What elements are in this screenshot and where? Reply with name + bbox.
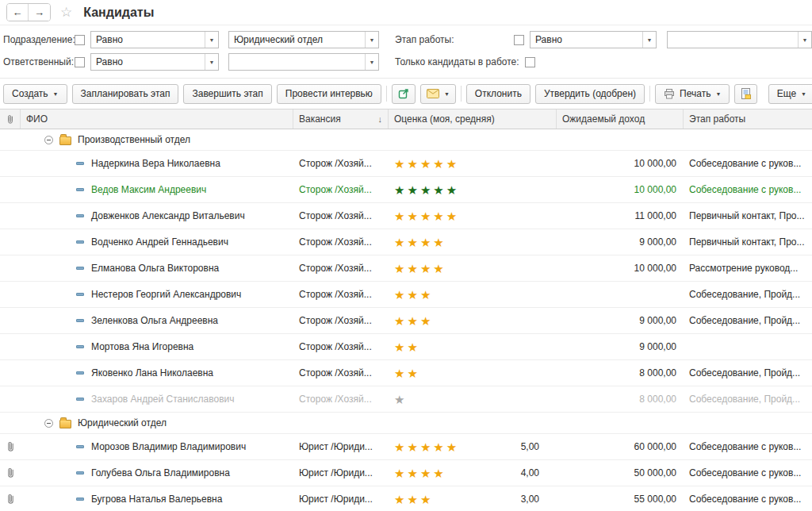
folder-icon <box>59 420 71 428</box>
income-cell: 8 000,00 <box>557 360 684 386</box>
send-email-button[interactable]: ▼ <box>420 84 456 104</box>
more-label: Еще <box>777 88 796 99</box>
candidate-name-cell: Бугрова Наталья Валерьевна <box>21 486 293 511</box>
approve-label: Утвердить (одобрен) <box>544 88 636 99</box>
attachment-cell <box>0 434 21 459</box>
toolbar-separator <box>461 86 462 102</box>
income-column-header[interactable]: Ожидаемый доход <box>557 110 684 129</box>
candidate-name: Зеленкова Ольга Андреевна <box>91 315 218 326</box>
candidate-name-cell: Голубева Ольга Владимировна <box>21 460 293 486</box>
table-row[interactable]: Бугрова Наталья ВалерьевнаЮрист /Юриди..… <box>0 486 812 511</box>
responsible-filter-checkbox[interactable] <box>75 57 85 67</box>
table-row[interactable]: Мортова Яна ИгоревнаСторож /Хозяй...★★9 … <box>0 334 812 360</box>
filter-row-1: Подразделение: Равно ▼ Юридический отдел… <box>3 29 812 51</box>
table-row[interactable]: Надеркина Вера НиколаевнаСторож /Хозяй..… <box>0 151 812 177</box>
rating-cell: ★★★★ <box>389 256 557 281</box>
conduct-interview-button[interactable]: Провести интервью <box>277 84 381 104</box>
rating-column-header[interactable]: Оценка (моя, средняя) <box>389 110 557 129</box>
chevron-down-icon: ▼ <box>801 91 806 97</box>
income-cell: 55 000,00 <box>557 486 684 511</box>
collapse-toggle-icon[interactable] <box>44 136 53 144</box>
open-in-window-icon <box>398 88 409 99</box>
candidate-name-cell: Яковенко Лана Николаевна <box>21 360 293 386</box>
chevron-down-icon[interactable]: ▼ <box>798 32 811 48</box>
fio-column-header[interactable]: ФИО <box>21 110 293 129</box>
rating-value: 5,00 <box>521 441 551 452</box>
more-button[interactable]: Еще ▼ <box>768 84 812 104</box>
paperclip-icon <box>6 467 15 478</box>
finish-stage-button[interactable]: Завершить этап <box>183 84 271 104</box>
candidate-name-cell: Захаров Андрей Станиславович <box>21 386 293 412</box>
create-button[interactable]: Создать ▼ <box>3 84 67 104</box>
group-row[interactable]: Производственный отдел <box>0 129 812 151</box>
chevron-down-icon[interactable]: ▼ <box>205 54 218 70</box>
reject-button[interactable]: Отклонить <box>466 84 530 104</box>
table-row[interactable]: Зеленкова Ольга АндреевнаСторож /Хозяй..… <box>0 308 812 334</box>
item-marker-icon <box>76 214 84 217</box>
chevron-down-icon[interactable]: ▼ <box>365 54 378 70</box>
candidate-name: Голубева Ольга Владимировна <box>91 467 230 478</box>
fio-header-label: ФИО <box>26 113 48 125</box>
approve-button[interactable]: Утвердить (одобрен) <box>535 84 645 104</box>
chevron-down-icon[interactable]: ▼ <box>205 32 218 48</box>
stage-filter-checkbox[interactable] <box>514 35 524 45</box>
chevron-down-icon[interactable]: ▼ <box>365 32 378 48</box>
toolbar: Создать ▼ Запланировать этап Завершить э… <box>0 79 812 109</box>
table-row[interactable]: Захаров Андрей СтаниславовичСторож /Хозя… <box>0 386 812 413</box>
attachment-column-header[interactable] <box>0 110 21 129</box>
collapse-toggle-icon[interactable] <box>44 419 53 428</box>
rating-cell: ★★★ <box>389 282 557 307</box>
stage-value-select[interactable]: ▼ <box>667 31 812 48</box>
responsible-value-select[interactable]: ▼ <box>228 53 379 71</box>
create-button-label: Создать <box>12 88 48 99</box>
candidate-name-cell: Мортова Яна Игоревна <box>21 334 293 359</box>
stage-cell: Собеседование, Пройд... <box>684 386 812 412</box>
conduct-interview-label: Провести интервью <box>285 88 373 99</box>
history-nav: ← → <box>6 3 51 21</box>
rating-cell: ★★ <box>389 360 557 386</box>
stage-cell: Собеседование, Пройд... <box>684 360 812 386</box>
back-button[interactable]: ← <box>7 4 29 21</box>
table-row[interactable]: Голубева Ольга ВладимировнаЮрист /Юриди.… <box>0 460 812 486</box>
vacancy-column-header[interactable]: Вакансия ↓ <box>293 110 389 129</box>
rating-cell: ★★★★★ <box>389 203 557 229</box>
plan-stage-button[interactable]: Запланировать этап <box>72 84 179 104</box>
open-candidate-button[interactable] <box>392 84 416 104</box>
in-progress-checkbox[interactable] <box>525 57 535 67</box>
star-rating: ★ <box>394 394 407 405</box>
attachment-cell <box>0 460 21 486</box>
chevron-down-icon: ▼ <box>444 91 450 97</box>
responsible-condition-select[interactable]: Равно ▼ <box>90 53 219 71</box>
item-marker-icon <box>76 371 84 375</box>
table-row[interactable]: Нестеров Георгий АлександровичСторож /Хо… <box>0 282 812 308</box>
stage-column-header[interactable]: Этап работы <box>684 110 812 129</box>
rating-cell: ★★★3,00 <box>389 486 557 511</box>
print-button[interactable]: Печать ▼ <box>655 84 730 104</box>
table-row[interactable]: Морозов Владимир ВладимировичЮрист /Юрид… <box>0 434 812 460</box>
rating-cell: ★★★★ <box>389 229 557 255</box>
forward-button[interactable]: → <box>29 4 50 21</box>
stage-condition-select[interactable]: Равно ▼ <box>530 31 657 48</box>
paperclip-icon <box>6 494 15 505</box>
department-condition-select[interactable]: Равно ▼ <box>90 31 219 48</box>
table-row[interactable]: Водченко Андрей ГеннадьевичСторож /Хозяй… <box>0 229 812 256</box>
department-condition-value: Равно <box>91 32 205 48</box>
attachment-cell <box>0 308 21 333</box>
table-row[interactable]: Довженков Александр ВитальевичСторож /Хо… <box>0 203 812 229</box>
table-row[interactable]: Яковенко Лана НиколаевнаСторож /Хозяй...… <box>0 360 812 386</box>
vacancy-header-label: Вакансия <box>299 113 341 125</box>
document-icon-button[interactable] <box>734 84 757 104</box>
table-header: ФИО Вакансия ↓ Оценка (моя, средняя) Ожи… <box>0 109 812 129</box>
favorite-star-icon[interactable]: ☆ <box>60 4 72 21</box>
chevron-down-icon[interactable]: ▼ <box>642 32 656 48</box>
department-filter-checkbox[interactable] <box>75 35 85 45</box>
table-row[interactable]: Ведов Максим АндреевичСторож /Хозяй...★★… <box>0 177 812 203</box>
income-cell <box>557 282 684 307</box>
item-marker-icon <box>76 471 84 474</box>
table-row[interactable]: Елманова Ольга ВикторовнаСторож /Хозяй..… <box>0 256 812 282</box>
attachment-cell <box>0 229 21 255</box>
department-value-select[interactable]: Юридический отдел ▼ <box>228 31 379 48</box>
candidate-name-cell: Нестеров Георгий Александрович <box>21 282 293 307</box>
group-row[interactable]: Юридический отдел <box>0 413 812 434</box>
responsible-condition-value: Равно <box>91 54 205 70</box>
